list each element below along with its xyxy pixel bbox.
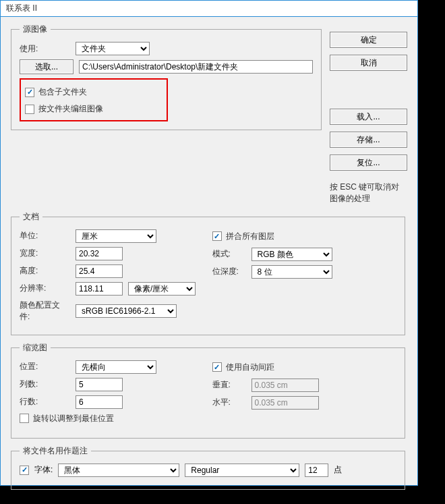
unit-label: 单位:: [20, 230, 70, 242]
choose-button[interactable]: 选取...: [20, 59, 73, 74]
res-input[interactable]: [76, 282, 123, 296]
reset-button[interactable]: 复位...: [330, 155, 407, 171]
v-input: [251, 379, 319, 392]
font-size-input[interactable]: [305, 464, 328, 477]
width-input[interactable]: [76, 247, 123, 260]
cols-label: 列数:: [20, 379, 70, 390]
h-input: [251, 396, 319, 410]
place-select[interactable]: 先横向: [76, 360, 156, 374]
rotate-checkbox[interactable]: [20, 414, 29, 423]
flatten-checkbox[interactable]: ✓: [212, 231, 222, 241]
esc-hint: 按 ESC 键可取消对图像的处理: [330, 181, 407, 204]
source-legend: 源图像: [20, 24, 51, 35]
use-select[interactable]: 文件夹: [76, 42, 150, 55]
font-select[interactable]: 黑体: [58, 464, 179, 477]
rows-input[interactable]: [76, 395, 123, 409]
font-style-select[interactable]: Regular: [185, 464, 299, 477]
autospace-checkbox[interactable]: ✓: [212, 362, 222, 372]
v-label: 垂直:: [212, 379, 246, 391]
rotate-label: 旋转以调整到最佳位置: [33, 413, 114, 424]
pt-label: 点: [334, 464, 342, 476]
group-folder-label: 按文件夹编组图像: [38, 103, 103, 115]
include-sub-checkbox[interactable]: ✓: [25, 88, 34, 97]
save-button[interactable]: 存储...: [330, 132, 407, 148]
unit-select[interactable]: 厘米: [76, 229, 156, 243]
thumb-group: 缩览图 位置: 先横向 列数: 行数:: [11, 342, 405, 439]
document-legend: 文档: [20, 211, 42, 223]
use-label: 使用:: [20, 43, 70, 55]
autospace-label: 使用自动间距: [226, 362, 274, 373]
cols-input[interactable]: [76, 378, 123, 391]
height-label: 高度:: [20, 265, 70, 277]
height-input[interactable]: [76, 264, 123, 278]
depth-select[interactable]: 8 位: [251, 265, 332, 279]
titlebar: 联系表 II: [1, 1, 417, 17]
flatten-label: 拼合所有图层: [226, 231, 274, 242]
document-group: 文档 单位: 厘米 宽度: 高度:: [11, 211, 405, 335]
include-sub-label: 包含子文件夹: [38, 86, 87, 98]
font-checkbox[interactable]: ✓: [20, 466, 29, 475]
caption-group: 将文件名用作题注 ✓ 字体: 黑体 Regular 点: [11, 445, 405, 490]
h-label: 水平:: [212, 397, 246, 408]
mode-label: 模式:: [212, 248, 246, 260]
res-unit-select[interactable]: 像素/厘米: [128, 282, 196, 296]
thumb-legend: 缩览图: [20, 342, 51, 354]
profile-label: 颜色配置文件:: [20, 300, 70, 323]
cancel-button[interactable]: 取消: [330, 55, 407, 71]
window-title: 联系表 II: [6, 3, 37, 14]
load-button[interactable]: 载入...: [330, 109, 407, 125]
highlight-box: ✓ 包含子文件夹 按文件夹编组图像: [20, 78, 168, 121]
width-label: 宽度:: [20, 248, 70, 259]
source-group: 源图像 使用: 文件夹 选取... C:\Users\Administrator…: [11, 24, 322, 130]
mode-select[interactable]: RGB 颜色: [251, 248, 332, 261]
depth-label: 位深度:: [212, 266, 246, 277]
caption-legend: 将文件名用作题注: [20, 445, 91, 457]
rows-label: 行数:: [20, 396, 70, 408]
place-label: 位置:: [20, 361, 70, 372]
font-label: 字体:: [34, 464, 53, 476]
ok-button[interactable]: 确定: [330, 32, 407, 48]
group-folder-checkbox[interactable]: [25, 105, 34, 114]
path-field: C:\Users\Administrator\Desktop\新建文件夹: [79, 60, 313, 74]
profile-select[interactable]: sRGB IEC61966-2.1: [76, 304, 177, 318]
res-label: 分辨率:: [20, 283, 70, 294]
